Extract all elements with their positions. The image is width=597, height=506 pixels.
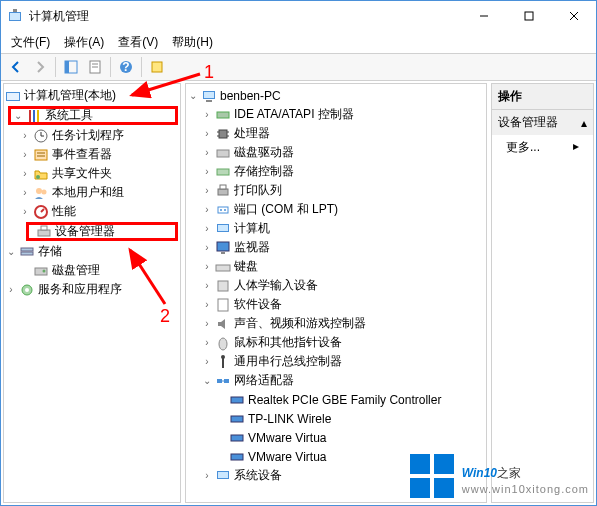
dev-usb-label: 通用串行总线控制器 [234, 353, 342, 370]
expand-icon[interactable]: › [18, 187, 32, 198]
actions-section[interactable]: 设备管理器 ▴ [492, 110, 593, 135]
svg-rect-16 [7, 93, 19, 100]
dev-mouse[interactable]: ›鼠标和其他指针设备 [186, 333, 486, 352]
tree-devmgr[interactable]: 设备管理器 [26, 222, 178, 241]
tree-eventvwr[interactable]: › 事件查看器 [4, 145, 180, 164]
tree-users[interactable]: › 本地用户和组 [4, 183, 180, 202]
properties-button[interactable] [84, 56, 106, 78]
dev-pc[interactable]: ⌄benben-PC [186, 86, 486, 105]
dev-usb[interactable]: ›通用串行总线控制器 [186, 352, 486, 371]
forward-button[interactable] [29, 56, 51, 78]
refresh-button[interactable] [146, 56, 168, 78]
tree-tasksched[interactable]: › 任务计划程序 [4, 126, 180, 145]
watermark-brand: Win10之家 [462, 457, 521, 483]
dev-computer[interactable]: ›计算机 [186, 219, 486, 238]
network-icon [215, 373, 231, 389]
maximize-button[interactable] [506, 1, 551, 31]
expand-icon[interactable]: › [200, 109, 214, 120]
expand-icon[interactable]: › [200, 299, 214, 310]
svg-rect-48 [217, 150, 229, 157]
dev-cpu[interactable]: ›处理器 [186, 124, 486, 143]
svg-point-26 [36, 175, 40, 179]
expand-icon[interactable]: › [200, 128, 214, 139]
printer-icon [215, 183, 231, 199]
tree-services[interactable]: › 服务和应用程序 [4, 280, 180, 299]
expand-icon[interactable]: › [200, 280, 214, 291]
expand-icon[interactable]: › [200, 204, 214, 215]
svg-line-30 [41, 209, 44, 212]
dev-net1[interactable]: Realtek PCIe GBE Family Controller [186, 390, 486, 409]
dev-printq[interactable]: ›打印队列 [186, 181, 486, 200]
tree-storage[interactable]: ⌄ 存储 [4, 242, 180, 261]
tree-services-label: 服务和应用程序 [38, 281, 122, 298]
expand-icon[interactable]: › [200, 356, 214, 367]
dev-computer-label: 计算机 [234, 220, 270, 237]
dev-hid-label: 人体学输入设备 [234, 277, 318, 294]
body: 计算机管理(本地) ⌄ 系统工具 › 任务计划程序 › 事件查看器 [1, 81, 596, 505]
expand-icon[interactable]: › [200, 223, 214, 234]
svg-rect-23 [35, 150, 47, 160]
expand-icon[interactable]: › [200, 337, 214, 348]
dev-ports[interactable]: ›端口 (COM 和 LPT) [186, 200, 486, 219]
collapse-icon[interactable]: ⌄ [4, 246, 18, 257]
expand-icon[interactable]: › [200, 185, 214, 196]
right-pane: 操作 设备管理器 ▴ 更多... ▸ [491, 83, 594, 503]
dev-storagectrl[interactable]: ›存储控制器 [186, 162, 486, 181]
collapse-icon[interactable]: ⌄ [11, 110, 25, 121]
svg-rect-4 [525, 12, 533, 20]
dev-keyboard[interactable]: ›键盘 [186, 257, 486, 276]
menu-file[interactable]: 文件(F) [5, 32, 56, 53]
dev-net3[interactable]: VMware Virtua [186, 428, 486, 447]
svg-rect-58 [221, 252, 225, 254]
svg-rect-49 [217, 169, 229, 175]
clock-icon [33, 128, 49, 144]
ide-icon [215, 107, 231, 123]
tree-shared[interactable]: › 共享文件夹 [4, 164, 180, 183]
monitor-icon [215, 240, 231, 256]
expand-icon[interactable]: › [200, 242, 214, 253]
storagectrl-icon [215, 164, 231, 180]
expand-icon[interactable]: › [200, 470, 214, 481]
help-button[interactable]: ? [115, 56, 137, 78]
menu-action[interactable]: 操作(A) [58, 32, 110, 53]
expand-icon[interactable]: › [200, 261, 214, 272]
dev-printq-label: 打印队列 [234, 182, 282, 199]
dev-ide[interactable]: ›IDE ATA/ATAPI 控制器 [186, 105, 486, 124]
back-button[interactable] [5, 56, 27, 78]
usb-icon [215, 354, 231, 370]
menu-view[interactable]: 查看(V) [112, 32, 164, 53]
menu-help[interactable]: 帮助(H) [166, 32, 219, 53]
tree-diskmgr[interactable]: 磁盘管理 [4, 261, 180, 280]
nic-icon [229, 430, 245, 446]
svg-rect-8 [65, 61, 69, 73]
actions-more[interactable]: 更多... ▸ [492, 135, 593, 160]
collapse-icon[interactable]: ⌄ [200, 375, 214, 386]
expand-icon[interactable]: › [200, 147, 214, 158]
tree-perf[interactable]: › 性能 [4, 202, 180, 221]
dev-audio[interactable]: ›声音、视频和游戏控制器 [186, 314, 486, 333]
tree-root[interactable]: 计算机管理(本地) [4, 86, 180, 105]
tree-systools[interactable]: ⌄ 系统工具 [8, 106, 178, 125]
svg-point-64 [221, 355, 225, 359]
dev-net2[interactable]: TP-LINK Wirele [186, 409, 486, 428]
tree-diskmgr-label: 磁盘管理 [52, 262, 100, 279]
svg-rect-18 [33, 110, 35, 122]
dev-hid[interactable]: ›人体学输入设备 [186, 276, 486, 295]
dev-monitor[interactable]: ›监视器 [186, 238, 486, 257]
expand-icon[interactable]: › [4, 284, 18, 295]
collapse-icon[interactable]: ⌄ [186, 90, 200, 101]
show-hide-tree-button[interactable] [60, 56, 82, 78]
svg-rect-51 [220, 185, 226, 189]
expand-icon[interactable]: › [18, 206, 32, 217]
expand-icon[interactable]: › [18, 168, 32, 179]
close-button[interactable] [551, 1, 596, 31]
dev-diskdrv[interactable]: ›磁盘驱动器 [186, 143, 486, 162]
dev-netadapter[interactable]: ⌄网络适配器 [186, 371, 486, 390]
services-icon [19, 282, 35, 298]
minimize-button[interactable] [461, 1, 506, 31]
expand-icon[interactable]: › [18, 130, 32, 141]
expand-icon[interactable]: › [200, 318, 214, 329]
expand-icon[interactable]: › [200, 166, 214, 177]
dev-software[interactable]: ›软件设备 [186, 295, 486, 314]
expand-icon[interactable]: › [18, 149, 32, 160]
